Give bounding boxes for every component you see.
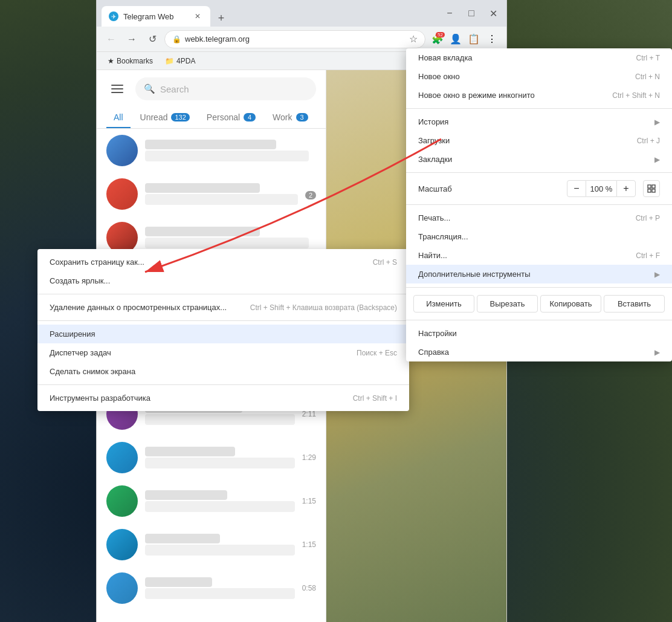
chat-item[interactable]: 0:58 xyxy=(97,566,326,610)
chat-meta: 1:29 xyxy=(302,453,316,462)
menu-item-help[interactable]: Справка ▶ xyxy=(406,343,672,361)
bookmark-4pda[interactable]: 📁 4PDA xyxy=(160,55,200,67)
menu-item-create-shortcut[interactable]: Создать ярлык... xyxy=(37,271,409,290)
bookmark-icon: 📋 xyxy=(468,33,480,45)
chat-item[interactable]: 1:29 xyxy=(97,436,326,479)
menu-item-screenshot[interactable]: Сделать снимок экрана xyxy=(37,362,409,381)
tab-work[interactable]: Work 3 xyxy=(265,108,315,128)
chat-meta: 2 xyxy=(305,189,316,199)
chat-name xyxy=(145,227,260,236)
menu-item-settings[interactable]: Настройки xyxy=(406,324,672,343)
zoom-plus-button[interactable]: + xyxy=(616,180,636,197)
zoom-controls: − 100 % + xyxy=(567,180,636,197)
menu-find-shortcut: Ctrl + F xyxy=(636,251,660,260)
svg-rect-3 xyxy=(652,189,655,192)
menu-item-incognito[interactable]: Новое окно в режиме инкогнито Ctrl + Shi… xyxy=(406,86,672,105)
chat-info xyxy=(145,227,309,248)
chat-item[interactable]: 1:15 xyxy=(97,523,326,566)
menu-item-new-tab[interactable]: Новая вкладка Ctrl + T xyxy=(406,48,672,67)
menu-separator-r2 xyxy=(406,172,672,173)
chat-avatar xyxy=(106,178,138,210)
menu-item-more-tools[interactable]: Дополнительные инструменты ▶ xyxy=(406,265,672,283)
chat-preview xyxy=(145,458,295,468)
edit-button-kopirovat[interactable]: Копировать xyxy=(540,295,601,313)
chat-info xyxy=(145,534,295,556)
maximize-button[interactable]: □ xyxy=(463,5,480,22)
chat-time: 1:15 xyxy=(302,497,316,505)
tab-personal[interactable]: Personal 4 xyxy=(199,108,263,128)
menu-separator-2 xyxy=(37,320,409,321)
close-button[interactable]: ✕ xyxy=(485,5,502,22)
menu-item-history[interactable]: История ▶ xyxy=(406,112,672,131)
chat-info xyxy=(145,183,298,205)
new-tab-button[interactable]: + xyxy=(213,10,230,27)
bookmark-button[interactable]: 📋 xyxy=(465,31,482,48)
menu-item-devtools[interactable]: Инструменты разработчика Ctrl + Shift + … xyxy=(37,389,409,407)
context-menu-more-tools: Сохранить страницу как... Ctrl + S Созда… xyxy=(37,249,409,411)
chat-meta: 1:15 xyxy=(302,540,316,549)
menu-item-extensions[interactable]: Расширения xyxy=(37,325,409,343)
address-bar[interactable]: 🔒 webk.telegram.org ☆ xyxy=(164,30,425,48)
forward-button[interactable]: → xyxy=(123,31,140,48)
context-menu-chrome-main: Новая вкладка Ctrl + T Новое окно Ctrl +… xyxy=(406,48,672,361)
menu-devtools-shortcut: Ctrl + Shift + I xyxy=(353,394,397,403)
menu-settings-label: Настройки xyxy=(418,329,457,338)
back-button[interactable]: ← xyxy=(103,31,120,48)
menu-bookmarks-arrow: ▶ xyxy=(654,155,660,164)
chat-item[interactable]: 1:15 xyxy=(97,479,326,523)
menu-separator-3 xyxy=(37,384,409,385)
menu-devtools-label: Инструменты разработчика xyxy=(50,394,150,403)
menu-item-print[interactable]: Печать... Ctrl + P xyxy=(406,209,672,227)
menu-new-window-label: Новое окно xyxy=(418,72,460,81)
edit-button-vyrezat[interactable]: Вырезать xyxy=(477,295,538,313)
telegram-search[interactable]: 🔍 Search xyxy=(135,77,316,100)
menu-item-save-page[interactable]: Сохранить страницу как... Ctrl + S xyxy=(37,253,409,271)
tab-all[interactable]: All xyxy=(106,108,131,128)
window-controls: − □ ✕ xyxy=(441,5,502,22)
chat-preview xyxy=(145,194,298,205)
star-icon[interactable]: ☆ xyxy=(409,33,418,45)
star-bookmark-icon: ★ xyxy=(108,57,114,65)
menu-item-downloads[interactable]: Загрузки Ctrl + J xyxy=(406,131,672,150)
menu-downloads-shortcut: Ctrl + J xyxy=(637,137,660,145)
telegram-tab-icon: ✈ xyxy=(109,11,118,21)
tab-unread[interactable]: Unread 132 xyxy=(133,108,197,128)
hamburger-line-2 xyxy=(111,88,123,89)
chat-item[interactable]: 2 xyxy=(97,172,326,216)
menu-clear-data-shortcut: Ctrl + Shift + Клавиша возврата (Backspa… xyxy=(250,303,397,312)
svg-rect-0 xyxy=(648,185,651,188)
menu-separator-1 xyxy=(37,294,409,294)
minimize-button[interactable]: − xyxy=(441,5,458,22)
edit-button-vstavit[interactable]: Вставить xyxy=(604,295,665,313)
menu-cast-label: Трансляция... xyxy=(418,232,468,241)
zoom-minus-button[interactable]: − xyxy=(567,180,586,197)
tab-close-button[interactable]: ✕ xyxy=(192,11,203,22)
profile-button[interactable]: 👤 xyxy=(447,31,464,48)
menu-item-new-window[interactable]: Новое окно Ctrl + N xyxy=(406,67,672,86)
zoom-fullscreen-button[interactable] xyxy=(643,180,660,197)
chat-name xyxy=(145,490,227,500)
telegram-menu-button[interactable] xyxy=(106,78,128,100)
chat-unread-badge: 2 xyxy=(305,191,316,199)
reload-button[interactable]: ↺ xyxy=(144,31,161,48)
edit-button-izmenit[interactable]: Изменить xyxy=(413,295,474,313)
menu-item-clear-data[interactable]: Удаление данных о просмотренных страница… xyxy=(37,298,409,317)
chrome-tab-telegram[interactable]: ✈ Telegram Web ✕ xyxy=(102,6,210,27)
chat-avatar xyxy=(106,529,138,560)
tab-title: Telegram Web xyxy=(123,12,187,21)
chat-item[interactable] xyxy=(97,129,326,172)
4pda-label: 4PDA xyxy=(176,57,195,65)
menu-item-cast[interactable]: Трансляция... xyxy=(406,227,672,246)
svg-rect-2 xyxy=(648,189,651,192)
chat-info xyxy=(145,140,309,161)
chat-info xyxy=(145,490,295,512)
menu-screenshot-label: Сделать снимок экрана xyxy=(50,367,135,376)
menu-item-bookmarks[interactable]: Закладки ▶ xyxy=(406,150,672,169)
zoom-label: Масштаб xyxy=(418,184,564,193)
menu-item-task-manager[interactable]: Диспетчер задач Поиск + Esc xyxy=(37,343,409,362)
extensions-button[interactable]: 🧩 52 xyxy=(429,31,446,48)
bookmark-bookmarks[interactable]: ★ Bookmarks xyxy=(103,55,158,67)
menu-item-find[interactable]: Найти... Ctrl + F xyxy=(406,246,672,265)
zoom-control-row: Масштаб − 100 % + xyxy=(406,177,672,201)
menu-button[interactable]: ⋮ xyxy=(483,31,500,48)
